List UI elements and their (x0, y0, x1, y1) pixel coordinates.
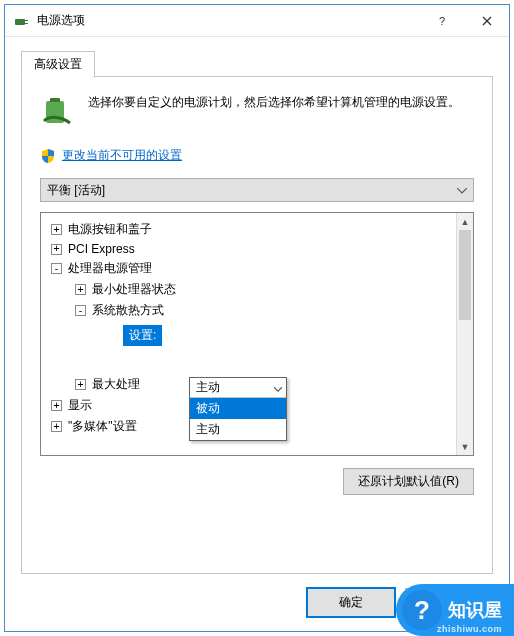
collapse-icon[interactable]: - (75, 305, 86, 316)
scroll-thumb[interactable] (459, 230, 471, 320)
restore-defaults-button[interactable]: 还原计划默认值(R) (343, 468, 474, 495)
tree-node-pci-express[interactable]: + PCI Express (45, 240, 452, 258)
expand-icon[interactable]: + (75, 379, 86, 390)
setting-label: 设置: (123, 325, 162, 346)
tree-node-cooling-policy[interactable]: - 系统散热方式 (45, 300, 452, 321)
window-title: 电源选项 (37, 12, 419, 29)
expand-icon[interactable]: + (75, 284, 86, 295)
dialog-body: 高级设置 选择你要自定义的电源计划，然后选择你希望计算机管理的电源设置。 更改当… (5, 37, 509, 631)
scroll-up-arrow-icon[interactable]: ▲ (457, 213, 473, 230)
intro-row: 选择你要自定义的电源计划，然后选择你希望计算机管理的电源设置。 (40, 93, 474, 129)
svg-rect-2 (25, 23, 28, 24)
close-button[interactable] (464, 6, 509, 36)
svg-rect-0 (15, 19, 25, 25)
chevron-down-icon (274, 381, 282, 395)
dropdown-current[interactable]: 主动 (190, 378, 286, 398)
change-unavailable-settings-link[interactable]: 更改当前不可用的设置 (62, 147, 182, 164)
help-button[interactable]: ? (419, 6, 464, 36)
cooling-policy-dropdown[interactable]: 主动 被动 主动 (189, 377, 287, 441)
uac-link-row: 更改当前不可用的设置 (40, 147, 474, 164)
tree-scrollbar[interactable]: ▲ ▼ (456, 213, 473, 455)
collapse-icon[interactable]: - (51, 263, 62, 274)
power-plan-select[interactable]: 平衡 [活动] (40, 178, 474, 202)
battery-icon (40, 93, 76, 129)
expand-icon[interactable]: + (51, 224, 62, 235)
cooling-policy-setting-row: 设置: (45, 325, 452, 346)
power-options-dialog: 电源选项 ? 高级设置 选择你要自定义的电源计划，然后选择你希望计算机管理的电源… (4, 4, 510, 632)
tree-node-processor-power[interactable]: - 处理器电源管理 (45, 258, 452, 279)
scroll-down-arrow-icon[interactable]: ▼ (457, 438, 473, 455)
dropdown-option-passive[interactable]: 被动 (190, 398, 286, 419)
chevron-down-icon (457, 183, 467, 197)
expand-icon[interactable]: + (51, 421, 62, 432)
expand-icon[interactable]: + (51, 400, 62, 411)
expand-icon[interactable]: + (51, 244, 62, 255)
svg-rect-1 (25, 20, 28, 21)
power-plan-value: 平衡 [活动] (47, 182, 105, 199)
ok-button[interactable]: 确定 (307, 588, 395, 617)
svg-rect-7 (50, 98, 60, 102)
watermark-url: zhishiwu.com (437, 624, 502, 634)
svg-text:?: ? (439, 16, 445, 26)
tab-strip: 高级设置 (21, 51, 493, 77)
titlebar: 电源选项 ? (5, 5, 509, 37)
shield-icon (40, 148, 56, 164)
tab-panel: 选择你要自定义的电源计划，然后选择你希望计算机管理的电源设置。 更改当前不可用的… (21, 76, 493, 574)
restore-row: 还原计划默认值(R) (40, 468, 474, 495)
power-plug-icon (13, 13, 29, 29)
watermark-badge: ? 知识屋 zhishiwu.com (396, 584, 514, 636)
tree-node-power-buttons-lid[interactable]: + 电源按钮和盖子 (45, 219, 452, 240)
intro-text: 选择你要自定义的电源计划，然后选择你希望计算机管理的电源设置。 (88, 93, 460, 129)
tree-node-min-processor-state[interactable]: + 最小处理器状态 (45, 279, 452, 300)
tab-advanced-settings[interactable]: 高级设置 (21, 51, 95, 78)
dropdown-value: 主动 (196, 379, 220, 396)
dropdown-option-active[interactable]: 主动 (190, 419, 286, 440)
watermark-text: 知识屋 (448, 598, 502, 622)
